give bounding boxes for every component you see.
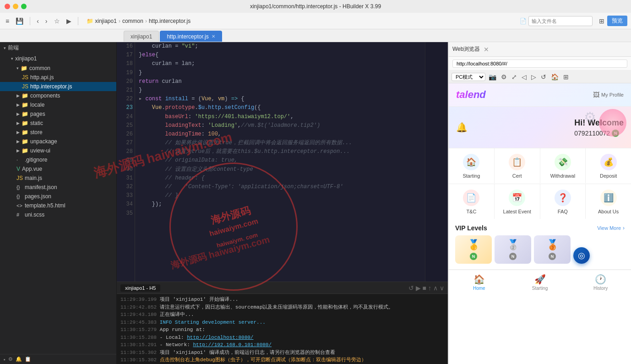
code-line: baseUrl: 'https://401.haiwaiym12.top/', xyxy=(139,113,421,121)
sidebar-section-frontend[interactable]: ▾ 前端 xyxy=(0,42,116,54)
sidebar-item-uniscss[interactable]: # uni.scss xyxy=(0,210,116,219)
maximize-button[interactable] xyxy=(21,4,27,9)
code-content[interactable]: curlan = "vi"; }else{ curlan = lan; } re… xyxy=(135,42,425,282)
sidebar-item-appvue[interactable]: V App.vue xyxy=(0,164,116,174)
grid-item-withdrawal[interactable]: 💸 Withdrawal xyxy=(540,148,586,183)
save-icon[interactable]: 💾 xyxy=(14,16,25,26)
preview-button[interactable]: 预览 xyxy=(607,16,627,26)
sidebar-item-gitignore[interactable]: · .gitignore xyxy=(0,155,116,164)
vip-title: VIP Levels xyxy=(455,224,487,232)
sidebar-footer: ▪ ⚙ 🔔 📋 xyxy=(0,354,116,364)
toolbar-separator2 xyxy=(78,17,78,25)
breadcrumb-file[interactable]: http.interceptor.js xyxy=(149,18,190,24)
minimize-button[interactable] xyxy=(13,4,18,9)
vip-card-1[interactable]: 🥇 N xyxy=(455,235,492,264)
profile-label: My Profile xyxy=(601,92,624,98)
vip-card-3[interactable]: 🥉 N xyxy=(534,235,571,264)
grid-item-tc[interactable]: 📄 T&C xyxy=(449,184,494,219)
folder-icon: 📁 xyxy=(22,147,28,154)
resize-icon[interactable]: ⤢ xyxy=(510,73,518,81)
stop-icon[interactable]: ■ xyxy=(423,284,426,292)
main-layout: ▾ 前端 ▾ xinjiapo1 ▾ 📁 common JS http.api.… xyxy=(0,42,631,364)
sidebar-item-manifest[interactable]: {} manifest.json xyxy=(0,183,116,192)
chevron-right-icon: › xyxy=(623,225,625,231)
back-icon[interactable]: ‹ xyxy=(35,16,41,26)
sidebar-item-http-api[interactable]: JS http.api.js xyxy=(0,73,116,82)
sidebar-item-template[interactable]: <> template.h5.html xyxy=(0,201,116,210)
grid-item-cert[interactable]: 📋 Cert xyxy=(495,148,540,183)
local-link[interactable]: http://localhost:8080/ xyxy=(187,335,253,340)
console-tabs: xinjiapo1 - H5 ↺ ▶ ■ ↑ ∧ ∨ xyxy=(117,282,448,294)
tab-project[interactable]: xinjiapo1 xyxy=(124,31,159,42)
footer-icon2[interactable]: ⚙ xyxy=(8,356,13,362)
sidebar-item-uview[interactable]: ▶ 📁 uview-ui xyxy=(0,146,116,155)
grid-icon[interactable]: ⊞ xyxy=(562,73,570,81)
footer-icon4[interactable]: 📋 xyxy=(25,356,31,362)
grid-label: About Us xyxy=(598,209,619,214)
back-icon[interactable]: ◁ xyxy=(520,73,528,81)
tab-close-icon[interactable]: ✕ xyxy=(212,34,215,39)
breadcrumb-folder[interactable]: common xyxy=(122,18,143,24)
sidebar-item-store[interactable]: ▶ 📁 store xyxy=(0,128,116,137)
sidebar-item-components[interactable]: ▶ 📁 components xyxy=(0,91,116,100)
grid-item-faq[interactable]: ❓ FAQ xyxy=(540,184,586,219)
bookmark-icon[interactable]: ☆ xyxy=(52,16,62,26)
scroll-down-icon[interactable]: ∨ xyxy=(440,284,444,292)
network-link[interactable]: http://192.168.0.101:8080/ xyxy=(193,342,272,348)
tabs-row: xinjiapo1 http.interceptor.js ✕ xyxy=(0,29,631,42)
tab-file[interactable]: http.interceptor.js ✕ xyxy=(160,31,222,42)
grid-item-latest-event[interactable]: 📅 Latest Event xyxy=(495,184,540,219)
sidebar-item-mainjs[interactable]: JS main.js xyxy=(0,174,116,183)
browser-content[interactable]: talend 🖼 My Profile 🔔 Hi! Welcome 079211… xyxy=(449,83,631,364)
bell-icon[interactable]: 🔔 xyxy=(456,122,468,133)
home-nav-icon: 🏠 xyxy=(473,274,485,285)
nav-circle-icon: ◎ xyxy=(573,247,590,264)
search-input[interactable] xyxy=(528,16,593,26)
js-file-icon: JS xyxy=(22,74,28,81)
sidebar-item-pages[interactable]: ▶ 📁 pages xyxy=(0,109,116,119)
sidebar-item-common[interactable]: ▾ 📁 common xyxy=(0,64,116,73)
scroll-up-icon[interactable]: ∧ xyxy=(433,284,438,292)
sidebar-item-label: pages xyxy=(30,111,45,117)
nav-item-home[interactable]: 🏠 Home xyxy=(449,270,510,294)
settings-icon[interactable]: ⚙ xyxy=(500,73,508,81)
screenshot-icon[interactable]: 📷 xyxy=(487,73,498,81)
forward-icon[interactable]: ▷ xyxy=(530,73,538,81)
play-icon[interactable]: ▶ xyxy=(416,284,421,292)
chevron-right-icon: ▶ xyxy=(16,103,20,107)
profile-link[interactable]: 🖼 My Profile xyxy=(593,91,624,98)
grid-item-deposit[interactable]: 💰 Deposit xyxy=(586,148,631,183)
vip-card-2[interactable]: 🥈 N xyxy=(495,235,531,264)
mode-select[interactable]: PC模式 移动模式 xyxy=(451,73,485,81)
sidebar-toggle-icon[interactable]: ≡ xyxy=(4,16,11,26)
nav-item-history[interactable]: 🕐 History xyxy=(570,270,631,294)
filter-icon[interactable]: ⊞ xyxy=(599,17,604,25)
browser-close-icon[interactable]: ✕ xyxy=(484,46,489,53)
sidebar-item-unpackage[interactable]: ▶ 📁 unpackage xyxy=(0,137,116,146)
reload-icon[interactable]: ↺ xyxy=(539,73,548,81)
url-input[interactable] xyxy=(452,60,627,68)
console-output[interactable]: 11:29:39.199 项目 'xinjiapo1' 开始编译... 11:2… xyxy=(117,294,448,364)
sidebar-item-locale[interactable]: ▶ 📁 locale xyxy=(0,100,116,109)
sidebar-section-project[interactable]: ▾ xinjiapo1 xyxy=(0,54,116,64)
footer-icon3[interactable]: 🔔 xyxy=(16,356,22,362)
talend-logo: talend xyxy=(456,89,486,101)
home-icon[interactable]: 🏠 xyxy=(549,73,560,81)
view-more-button[interactable]: View More › xyxy=(597,225,625,231)
forward-icon[interactable]: › xyxy=(44,16,49,26)
export-icon[interactable]: ↑ xyxy=(428,284,431,292)
sidebar-item-http-interceptor[interactable]: JS http.interceptor.js xyxy=(0,82,116,91)
close-button[interactable] xyxy=(5,4,10,9)
footer-icon1[interactable]: ▪ xyxy=(4,357,5,362)
grid-item-about[interactable]: ℹ️ About Us xyxy=(586,184,631,219)
n-badge: N xyxy=(549,253,556,260)
grid-item-starting[interactable]: 🏠 Starting xyxy=(449,148,494,183)
sidebar-item-pages-json[interactable]: {} pages.json xyxy=(0,192,116,201)
code-editor[interactable]: 16 17 18 19 20 21 22 23 24 25 26 27 28 2… xyxy=(117,42,448,282)
refresh-icon[interactable]: ↺ xyxy=(408,284,414,292)
sidebar-item-static[interactable]: ▶ 📁 static xyxy=(0,119,116,128)
console-tab-project[interactable]: xinjiapo1 - H5 xyxy=(120,284,160,292)
breadcrumb-root[interactable]: xinjiapo1 xyxy=(95,18,117,24)
nav-item-starting[interactable]: 🚀 Starting xyxy=(510,270,571,294)
run-icon[interactable]: ▶ xyxy=(65,16,73,26)
